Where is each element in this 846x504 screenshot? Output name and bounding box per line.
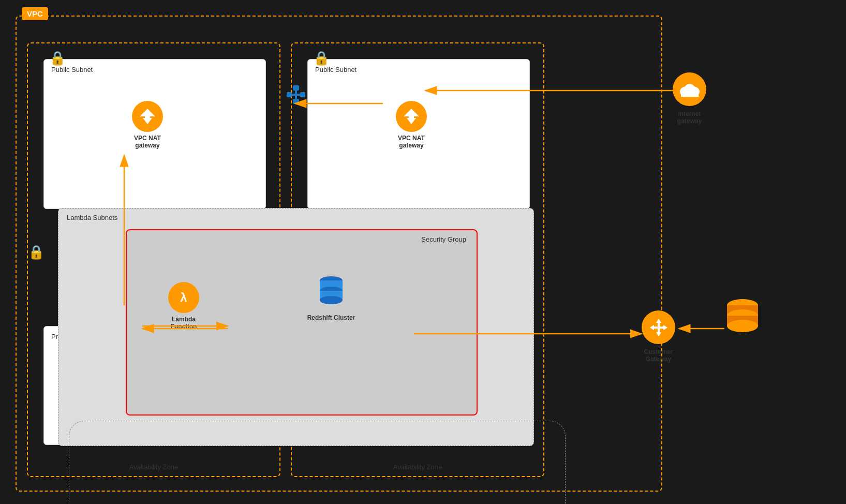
nat-gateway-right-label: VPC NATgateway xyxy=(398,135,425,149)
vpc-nat-gateway-right: VPC NATgateway xyxy=(396,101,427,132)
vpc-nat-gateway-left: VPC NATgateway xyxy=(132,101,163,132)
public-subnet-right-label: Public Subnet xyxy=(315,66,357,73)
lambda-function-icon: λ xyxy=(168,282,199,313)
svg-rect-3 xyxy=(407,114,416,116)
svg-rect-12 xyxy=(300,92,305,97)
svg-point-8 xyxy=(320,296,343,304)
redshift-cluster-label: Redshift Cluster xyxy=(307,314,355,321)
aws-service-icon xyxy=(724,298,761,341)
redshift-icon xyxy=(313,272,349,313)
svg-rect-18 xyxy=(681,91,699,97)
customer-gateway-icon xyxy=(642,310,675,344)
network-icon xyxy=(287,85,305,106)
svg-rect-9 xyxy=(293,85,299,91)
redshift-cluster: Redshift Cluster xyxy=(313,272,349,313)
public-subnet-right: Public Subnet 🔒 VPC NATgateway xyxy=(307,59,530,209)
vpc-badge: VPC xyxy=(22,7,48,20)
nat-gateway-left-icon xyxy=(132,101,163,132)
security-group: Security Group λ LambdaFunction xyxy=(126,229,478,416)
svg-marker-19 xyxy=(650,319,667,336)
lambda-subnets: Lambda Subnets Security Group λ LambdaFu… xyxy=(58,208,534,446)
security-group-label: Security Group xyxy=(421,235,466,243)
diagram-area: VPC Availability Zone Public Subnet 🔒 xyxy=(5,5,792,497)
lambda-symbol: λ xyxy=(180,290,187,305)
nat-gateway-left-label: VPC NATgateway xyxy=(134,135,161,149)
public-subnet-left-label: Public Subnet xyxy=(51,66,93,73)
customer-gateway: CustomerGateway xyxy=(642,310,675,359)
lambda-function: λ LambdaFunction xyxy=(168,282,199,313)
lock-icon-left: 🔒 xyxy=(49,50,66,66)
internet-gateway-label: Internetgateway xyxy=(673,110,706,125)
internet-gateway-icon xyxy=(673,72,706,106)
lock-icon-right: 🔒 xyxy=(313,50,330,66)
svg-rect-10 xyxy=(293,99,299,104)
nat-gateway-right-icon xyxy=(396,101,427,132)
svg-rect-14 xyxy=(292,94,300,96)
customer-gateway-label: CustomerGateway xyxy=(642,348,675,363)
vpc-container: VPC Availability Zone Public Subnet 🔒 xyxy=(16,16,662,492)
public-subnet-left: Public Subnet 🔒 VPC NATgateway xyxy=(43,59,266,209)
cluster-subnet-group: Cluster Subnet Group xyxy=(69,421,566,504)
svg-rect-11 xyxy=(287,92,292,97)
svg-rect-1 xyxy=(143,114,152,116)
svg-point-24 xyxy=(727,320,758,332)
lambda-subnets-label: Lambda Subnets xyxy=(67,214,117,221)
lambda-function-label: LambdaFunction xyxy=(171,316,197,330)
internet-gateway: Internetgateway xyxy=(673,72,706,121)
lock-icon-private: 🔒 xyxy=(28,244,44,260)
